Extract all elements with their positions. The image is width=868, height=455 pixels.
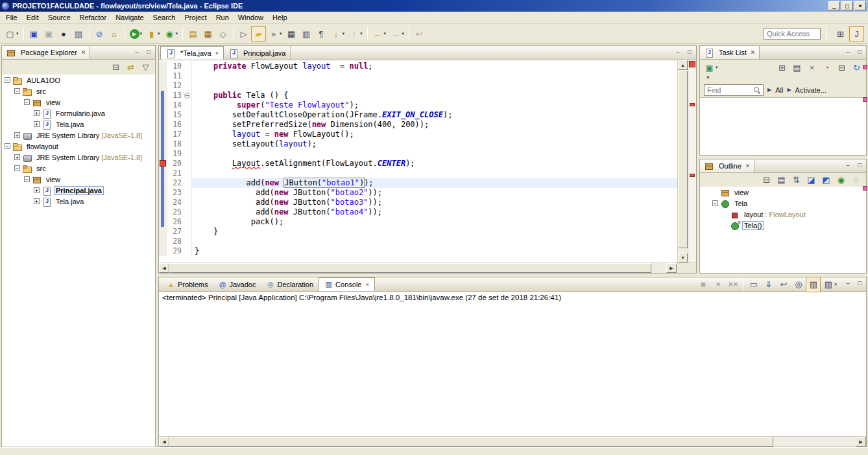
collapse-all-icon[interactable]: ⊟ — [108, 60, 123, 75]
display-console-icon[interactable]: ▥ — [806, 277, 821, 292]
menu-project[interactable]: Project — [180, 12, 211, 23]
activate-link[interactable]: Activate... — [795, 86, 826, 94]
dropdown-caret[interactable]: ▾ — [360, 31, 363, 36]
run-icon[interactable]: ▶▾ — [128, 26, 145, 41]
package-explorer-item-jre-system-library[interactable]: +JRE System Library [JavaSE-1.8] — [2, 152, 155, 163]
dropdown-caret[interactable]: ▾ — [176, 31, 178, 36]
maximize-view-icon[interactable]: □ — [854, 47, 865, 57]
console-output[interactable]: <terminated> Principal [Java Application… — [159, 292, 866, 436]
scroll-left-icon[interactable]: ◀ — [159, 263, 169, 273]
code-line[interactable]: 17 layout = new FlowLayout(); — [159, 130, 677, 139]
view-menu-caret[interactable]: ▼ — [700, 75, 866, 82]
expand-expander-icon[interactable]: + — [34, 110, 40, 116]
show-console-icon[interactable]: ▥ — [299, 26, 314, 41]
open-perspective-icon[interactable]: ⊞ — [833, 26, 848, 41]
maximize-button[interactable]: □ — [841, 1, 853, 10]
console-horizontal-scrollbar[interactable]: ◀ ▶ — [159, 436, 866, 447]
console-tab-problems[interactable]: ▲Problems — [162, 277, 213, 291]
collapse-all-icon[interactable]: ⊟ — [834, 60, 849, 75]
code-line[interactable]: 13− public Tela () { — [159, 91, 677, 100]
save-icon[interactable]: ▣ — [27, 26, 42, 41]
close-tab-icon[interactable]: × — [215, 50, 219, 56]
collapse-expander-icon[interactable]: − — [14, 88, 20, 94]
package-explorer-item-aula1oo[interactable]: −AULA1OO — [2, 75, 155, 86]
hide-fields-icon[interactable]: ◪ — [804, 172, 819, 188]
package-explorer-item-src[interactable]: −src — [2, 86, 155, 97]
outline-tab[interactable]: Outline ✕ — [700, 159, 754, 172]
next-edit-icon[interactable]: ↓▾ — [329, 26, 347, 41]
close-view-icon[interactable]: ✕ — [745, 163, 751, 169]
code-line[interactable]: 26 pack(); — [159, 217, 677, 227]
console-tab-javadoc[interactable]: @Javadoc — [213, 277, 261, 291]
open-console-icon[interactable]: ▥▾ — [821, 277, 839, 292]
minimize-view-icon[interactable]: ‒ — [132, 47, 142, 57]
menu-file[interactable]: File — [1, 12, 22, 23]
hide-static-icon[interactable]: ◩ — [819, 172, 834, 188]
focus-workweek-icon[interactable]: ◔ — [819, 60, 834, 75]
minimize-view-icon[interactable]: ‒ — [843, 279, 853, 288]
close-view-icon[interactable]: ✕ — [81, 49, 86, 56]
package-explorer-item-view[interactable]: −view — [2, 97, 155, 108]
maximize-view-icon[interactable]: □ — [684, 47, 695, 57]
hide-local-types-icon[interactable]: ◌ — [849, 172, 863, 188]
code-line[interactable]: 11 — [159, 71, 677, 81]
code-line[interactable]: 29} — [159, 246, 677, 256]
new-task-icon[interactable]: ▣▾ — [702, 60, 720, 75]
link-editor-icon[interactable]: ⇄ — [123, 60, 138, 75]
scroll-lock-icon[interactable]: ⇓ — [761, 277, 776, 292]
package-explorer-item-flowlayout[interactable]: −flowlayout — [2, 141, 155, 152]
menu-window[interactable]: Window — [234, 12, 268, 23]
table-icon[interactable]: ▦ — [284, 26, 299, 41]
menu-source[interactable]: Source — [43, 12, 75, 23]
scrollbar-track[interactable] — [169, 263, 666, 273]
synchronize-icon[interactable]: ↻ — [849, 60, 864, 75]
console-tab-console[interactable]: ▥Console× — [319, 277, 375, 291]
collapse-expander-icon[interactable]: − — [5, 143, 10, 149]
dropdown-caret[interactable]: ▾ — [140, 31, 143, 36]
fold-collapse-icon[interactable]: − — [184, 93, 190, 99]
task-list-tab[interactable]: Task List ✕ — [700, 46, 760, 59]
expand-expander-icon[interactable]: + — [34, 198, 40, 204]
code-line[interactable]: 28 — [159, 237, 677, 246]
new-class-icon[interactable]: ◇ — [215, 26, 230, 41]
collapse-all-icon[interactable]: ⊟ — [759, 172, 774, 188]
pin-console-icon[interactable]: ◎ — [791, 277, 806, 292]
filter-completed-icon[interactable]: × — [804, 60, 819, 75]
remove-all-icon[interactable]: ×× — [725, 277, 740, 292]
clear-console-icon[interactable]: ▭ — [746, 277, 761, 292]
hide-nonpublic-icon[interactable]: ◉ — [834, 172, 849, 188]
expand-expander-icon[interactable]: + — [34, 187, 40, 193]
overview-ruler[interactable] — [688, 60, 696, 262]
collapse-expander-icon[interactable]: − — [14, 165, 20, 171]
remove-launch-icon[interactable]: × — [710, 277, 725, 292]
outline-item-layout[interactable]: layout : FlowLayout — [700, 209, 866, 220]
code-line[interactable]: 14 super("Teste Flowlayout"); — [159, 100, 677, 110]
menu-edit[interactable]: Edit — [22, 12, 43, 23]
close-view-icon[interactable]: ✕ — [751, 49, 756, 56]
minimize-view-icon[interactable]: ‒ — [673, 47, 683, 57]
code-line[interactable]: 12 — [159, 81, 677, 91]
package-explorer-tab[interactable]: Package Explorer ✕ — [2, 46, 90, 59]
code-line[interactable]: 24 add(new JButton("botao3")); — [159, 198, 677, 207]
next-annotation-icon[interactable]: »▾ — [266, 26, 284, 41]
word-wrap-icon[interactable]: ↩ — [776, 277, 791, 292]
dropdown-caret[interactable]: ▾ — [834, 282, 837, 287]
save-all-icon[interactable]: ▣ — [42, 26, 56, 41]
java-perspective-icon[interactable]: J — [849, 26, 864, 41]
scroll-right-icon[interactable]: ▶ — [666, 263, 677, 273]
code-line[interactable]: 18 setLayout(layout); — [159, 139, 677, 149]
dropdown-caret[interactable]: ▾ — [158, 31, 160, 36]
code-line[interactable]: 23 add(new JButton("botao2")); — [159, 188, 677, 198]
editor-tab-tela-java[interactable]: *Tela.java× — [160, 46, 224, 60]
minimize-button[interactable]: _ — [828, 1, 840, 10]
print-icon[interactable]: ● — [56, 26, 71, 41]
dropdown-caret[interactable]: ▾ — [402, 31, 404, 36]
skip-breakpoints-icon[interactable]: ⊘ — [92, 26, 107, 41]
dropdown-caret[interactable]: ▾ — [280, 31, 282, 36]
package-explorer-item-principal-java[interactable]: +Principal.java — [2, 185, 155, 196]
editor-tab-principal-java[interactable]: Principal.java — [224, 46, 291, 60]
quick-access-input[interactable] — [764, 28, 821, 40]
error-summary-icon[interactable] — [689, 61, 695, 67]
menu-run[interactable]: Run — [211, 12, 234, 23]
categorized-icon[interactable]: ⊞ — [775, 60, 790, 75]
